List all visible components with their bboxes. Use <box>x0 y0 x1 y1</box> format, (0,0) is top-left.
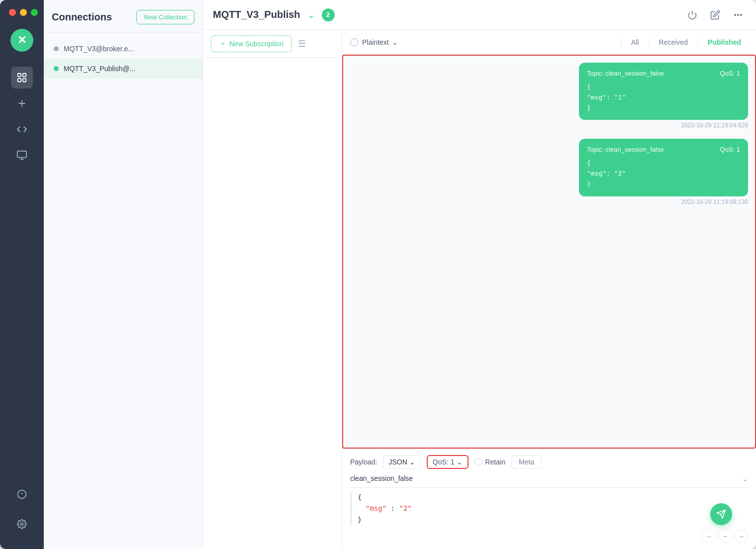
code-value: "2" <box>399 504 411 512</box>
connection-item-broker[interactable]: MQTT_V3@broker.e... <box>44 39 202 59</box>
topic-divider <box>350 487 748 488</box>
topic-bar: ⌄ <box>350 474 748 483</box>
sidebar-item-add[interactable] <box>11 92 33 114</box>
payload-format-value: JSON <box>388 458 407 466</box>
connection-label-broker: MQTT_V3@broker.e... <box>64 45 134 53</box>
meta-button[interactable]: Meta <box>511 455 542 469</box>
message-time-2: 2022-10-29 11:19:08:130 <box>681 198 748 205</box>
code-line-1: { <box>350 492 748 503</box>
minimize-button[interactable] <box>20 9 27 16</box>
sidebar-icons: ✕ <box>0 0 44 549</box>
filter-bar: Plaintext ⌄ | All | Received | Published <box>342 30 756 55</box>
topbar: MQTT_V3_Publish ⌄ 2 <box>203 0 756 30</box>
clear-message-button[interactable]: − <box>718 529 732 543</box>
code-bar <box>350 492 352 503</box>
message-header-2: Topic: clean_session_false QoS: 1 <box>587 146 740 153</box>
sidebar-item-code[interactable] <box>11 118 33 140</box>
next-message-button[interactable]: → <box>734 529 748 543</box>
message-topic-1: Topic: clean_session_false <box>587 70 664 77</box>
retain-checkbox[interactable] <box>474 458 482 466</box>
tab-all[interactable]: All <box>624 35 646 49</box>
prev-message-button[interactable]: ← <box>702 529 716 543</box>
code-bar-2 <box>350 503 352 514</box>
compose-area: Payload: JSON ⌄ QoS: 1 ⌄ Retain <box>342 449 756 549</box>
svg-point-15 <box>738 14 739 15</box>
new-collection-button[interactable]: New Collection <box>136 10 194 24</box>
close-button[interactable] <box>9 9 16 16</box>
connection-list: MQTT_V3@broker.e... MQTT_V3_Publish@... <box>44 33 202 85</box>
connections-title: Connections <box>52 11 112 23</box>
svg-point-16 <box>741 14 742 15</box>
plaintext-selector[interactable]: Plaintext ⌄ <box>350 38 398 46</box>
tab-received[interactable]: Received <box>652 35 695 49</box>
edit-icon[interactable] <box>707 7 723 23</box>
messages-list: Topic: clean_session_false QoS: 1 { "msg… <box>342 55 756 449</box>
message-topic-2: Topic: clean_session_false <box>587 146 664 153</box>
code-line-2: "msg" : "2" <box>350 503 748 514</box>
topbar-title: MQTT_V3_Publish <box>213 9 300 20</box>
plus-icon: ＋ <box>219 39 226 48</box>
qos-value: 1 <box>451 458 455 466</box>
code-line3-text: } <box>358 514 362 525</box>
svg-point-14 <box>735 14 736 15</box>
collapse-icon[interactable]: ☰ <box>298 38 306 49</box>
logo-x: ✕ <box>17 34 26 47</box>
sidebar-item-connections[interactable] <box>11 67 33 89</box>
plaintext-label: Plaintext <box>362 38 389 46</box>
qos-label: QoS: <box>433 458 449 466</box>
connection-label-publish: MQTT_V3_Publish@... <box>64 65 135 73</box>
plaintext-chevron-icon: ⌄ <box>392 38 398 46</box>
main-content: MQTT_V3_Publish ⌄ 2 <box>203 0 756 549</box>
tab-published[interactable]: Published <box>701 35 748 49</box>
compose-toolbar: Payload: JSON ⌄ QoS: 1 ⌄ Retain <box>350 455 748 469</box>
code-line-3: } <box>350 514 748 525</box>
plaintext-icon <box>350 38 358 46</box>
subscriptions-panel: ＋ New Subscription ☰ <box>203 30 342 549</box>
code-editor[interactable]: { "msg" : "2" } <box>350 492 748 525</box>
divider: | <box>620 38 622 47</box>
status-dot-active <box>54 66 59 71</box>
message-area: ＋ New Subscription ☰ Plaintext ⌄ | All <box>203 30 756 549</box>
qos-group: QoS: 1 ⌄ <box>427 455 469 469</box>
connection-item-publish[interactable]: MQTT_V3_Publish@... <box>44 59 202 79</box>
divider3: | <box>697 38 699 47</box>
message-item-2: Topic: clean_session_false QoS: 1 { "msg… <box>579 139 748 213</box>
code-bar-3 <box>350 514 352 525</box>
message-qos-1: QoS: 1 <box>720 70 740 77</box>
sidebar-item-monitor[interactable] <box>11 144 33 166</box>
connections-panel: Connections New Collection MQTT_V3@broke… <box>44 0 203 549</box>
sidebar-bottom <box>11 483 33 539</box>
code-line2-wrap: "msg" : "2" <box>366 503 412 514</box>
chevron-down-icon[interactable]: ⌄ <box>307 9 315 20</box>
message-header-1: Topic: clean_session_false QoS: 1 <box>587 70 740 77</box>
svg-point-12 <box>21 523 23 526</box>
message-bubble-1: Topic: clean_session_false QoS: 1 { "msg… <box>579 63 748 120</box>
traffic-lights <box>0 0 38 24</box>
app-window: ✕ <box>0 0 756 549</box>
svg-rect-0 <box>18 74 21 77</box>
power-icon[interactable] <box>684 7 700 23</box>
payload-format-select[interactable]: JSON ⌄ <box>383 455 420 469</box>
topic-input[interactable] <box>350 474 742 482</box>
more-icon[interactable] <box>730 7 746 23</box>
payload-label: Payload: <box>350 458 377 466</box>
message-body-1: { "msg": "1" } <box>587 82 740 113</box>
code-key: "msg" <box>366 504 386 512</box>
sidebar-item-settings[interactable] <box>11 513 33 535</box>
divider2: | <box>648 38 650 47</box>
new-subscription-button[interactable]: ＋ New Subscription <box>211 35 292 52</box>
maximize-button[interactable] <box>31 9 38 16</box>
svg-rect-2 <box>18 79 21 82</box>
code-colon: : <box>391 504 399 512</box>
message-body-2: { "msg": "2" } <box>587 158 740 189</box>
sub-bar: ＋ New Subscription ☰ <box>203 30 342 58</box>
messages-panel: Plaintext ⌄ | All | Received | Published <box>342 30 756 549</box>
qos-chevron-icon[interactable]: ⌄ <box>457 458 463 466</box>
sidebar-item-info[interactable] <box>11 483 33 505</box>
message-count-badge: 2 <box>322 8 335 21</box>
retain-checkbox-group[interactable]: Retain <box>474 458 505 466</box>
status-dot-inactive <box>54 46 59 51</box>
svg-rect-1 <box>23 74 26 77</box>
topic-expand-icon[interactable]: ⌄ <box>742 474 748 483</box>
nav-arrows: ← − → <box>350 529 748 543</box>
